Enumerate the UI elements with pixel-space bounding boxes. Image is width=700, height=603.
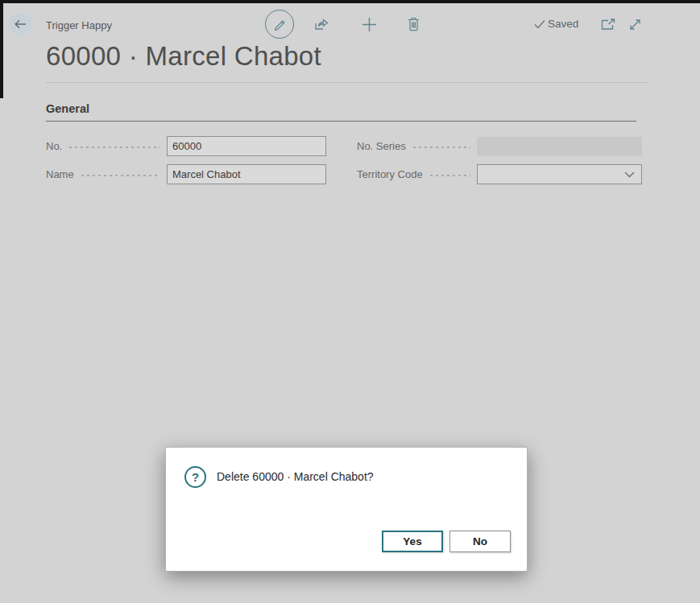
expand-icon xyxy=(628,18,642,31)
dotted-leader xyxy=(412,146,470,149)
trash-icon xyxy=(408,17,420,31)
dialog-button-row: Yes No xyxy=(382,531,511,552)
delete-confirm-dialog: ? Delete 60000 · Marcel Chabot? Yes No xyxy=(165,447,528,572)
no-button[interactable]: No xyxy=(449,531,511,552)
delete-button[interactable] xyxy=(407,17,420,31)
back-arrow-icon xyxy=(14,19,27,29)
field-row-no-series: No. Series xyxy=(357,136,642,156)
app-caption: Trigger Happy xyxy=(46,19,112,31)
page-title: 60000 · Marcel Chabot xyxy=(46,41,321,72)
title-divider xyxy=(46,82,649,83)
dotted-leader xyxy=(429,174,470,177)
back-button[interactable] xyxy=(9,13,31,35)
dialog-message: Delete 60000 · Marcel Chabot? xyxy=(217,470,374,483)
section-divider xyxy=(46,121,636,122)
share-button[interactable] xyxy=(313,17,329,31)
edit-button[interactable] xyxy=(265,10,294,39)
no-field-label: No. xyxy=(46,140,62,152)
no-field-input[interactable] xyxy=(167,136,326,156)
pop-out-icon xyxy=(601,19,615,31)
window-left-edge xyxy=(0,0,3,98)
chevron-down-icon xyxy=(624,171,635,178)
territory-code-combobox[interactable] xyxy=(477,164,642,184)
no-series-field-disabled xyxy=(477,137,642,156)
question-icon: ? xyxy=(184,466,206,488)
yes-button[interactable]: Yes xyxy=(382,531,443,552)
check-icon xyxy=(534,19,545,29)
save-status: Saved xyxy=(534,18,578,30)
dotted-leader xyxy=(68,146,160,149)
field-row-name: Name xyxy=(46,164,326,184)
save-status-label: Saved xyxy=(548,18,578,30)
new-button[interactable] xyxy=(362,17,377,32)
field-row-no: No. xyxy=(46,136,326,156)
name-field-label: Name xyxy=(46,168,74,180)
fullscreen-button[interactable] xyxy=(628,17,643,31)
pencil-icon xyxy=(273,18,286,31)
plus-icon xyxy=(362,17,377,32)
dotted-leader xyxy=(80,174,160,177)
share-icon xyxy=(313,17,329,31)
territory-code-field-label: Territory Code xyxy=(357,168,423,180)
no-series-field-label: No. Series xyxy=(357,140,406,152)
window-top-edge xyxy=(0,0,700,3)
field-row-territory-code: Territory Code xyxy=(357,164,642,184)
pop-out-button[interactable] xyxy=(600,18,616,31)
name-field-input[interactable] xyxy=(167,164,326,184)
section-header-general[interactable]: General xyxy=(46,102,89,115)
